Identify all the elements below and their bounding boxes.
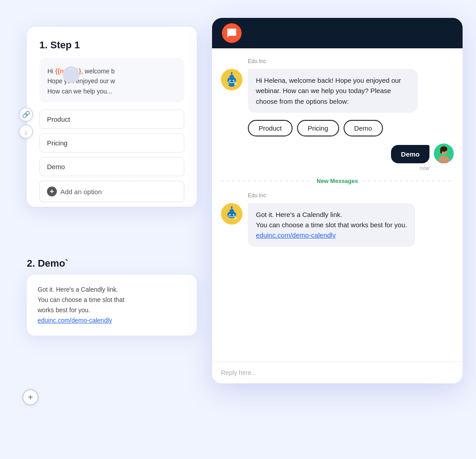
svg-rect-12 [440,149,442,153]
company-label-2: Edu Inc [248,192,454,199]
bot-avatar-1 [221,69,242,90]
down-button[interactable]: ↓ [19,124,33,139]
bot-icon [224,72,240,88]
bot-message-row-2: Got it. Here's a Calendly link. You can … [221,203,454,247]
step1-label: 1. Step 1 [27,27,197,51]
bot-calendly-link[interactable]: eduinc.com/demo-calendly [256,231,336,239]
step2-label: 2. Demo` [27,258,68,269]
svg-point-7 [231,72,233,74]
bot-bubble-2: Got it. Here's a Calendly link. You can … [248,203,415,247]
bot-message-text-1: Hi Helena, welcome back! Hope you enjoye… [256,76,401,105]
chat-option-pricing[interactable]: Pricing [297,120,339,136]
new-messages-divider: New Messages [221,178,454,184]
svg-point-5 [233,80,234,81]
chat-panel: Edu Inc Hi [212,18,463,383]
chat-option-demo[interactable]: Demo [344,120,383,136]
chat-body: Edu Inc Hi [212,48,463,361]
reply-placeholder[interactable]: Reply here... [221,369,454,376]
connector-dot [63,66,80,83]
svg-point-4 [230,80,231,81]
svg-point-16 [230,214,231,215]
msg-line3: How can we help you... [47,88,112,95]
svg-point-19 [231,206,233,208]
step2-text2: You can choose a time slot that [38,296,124,303]
svg-point-2 [230,75,234,79]
msg-rest: , welcome b [81,68,115,75]
new-messages-label: New Messages [317,178,358,184]
chat-header [212,18,463,48]
divider-line-left [221,181,312,181]
bot-message-text-2a: Got it. Here's a Calendly link. [256,211,342,218]
step2-text3: works best for you. [38,306,90,314]
msg-hi: Hi [47,68,55,75]
bot-bubble-1: Hi Helena, welcome back! Hope you enjoye… [248,69,418,113]
svg-point-15 [230,209,234,213]
builder-panel: 1. Step 1 Hi {{name}}, welcome b Hope yo… [27,27,197,207]
option-product[interactable]: Product [39,110,184,129]
step2-panel: Got it. Here's a Calendly link. You can … [27,275,197,336]
option-pricing[interactable]: Pricing [39,133,184,153]
company-label-1: Edu Inc [248,58,454,64]
reply-bar: Reply here... [212,361,463,383]
step2-link[interactable]: eduinc.com/demo-calendly [38,317,112,324]
svg-point-3 [229,83,235,87]
bot-avatar-2 [221,203,242,225]
chat-header-icon [222,23,242,43]
add-option-label: Add an option [60,188,102,196]
bot-icon-2 [224,206,240,222]
user-avatar-image [434,144,454,163]
step2-text1: Got it. Here's a Calendly link. [38,286,118,293]
chat-option-product[interactable]: Product [248,120,293,136]
divider-line-right [362,181,454,181]
bot-message-row-1: Hi Helena, welcome back! Hope you enjoye… [221,69,454,113]
link-button[interactable]: 🔗 [19,107,33,122]
msg-line2: Hope you enjoyed our w [47,77,115,85]
option-demo[interactable]: Demo [39,157,184,176]
user-message-row: Demo [221,144,454,163]
message-preview: Hi {{name}}, welcome b Hope you enjoyed … [39,58,184,102]
connector-controls: 🔗 ↓ [19,107,33,139]
user-avatar [434,144,454,163]
options-list: Product Pricing Demo + Add an option [39,110,184,202]
add-option-button[interactable]: + Add an option [39,181,184,202]
user-bubble: Demo [391,145,429,163]
message-timestamp: now [221,165,429,171]
svg-point-17 [233,214,234,215]
bot-message-text-2b: You can choose a time slot that works be… [256,221,407,229]
chat-options-buttons: Product Pricing Demo [248,120,454,136]
message-icon [226,28,237,38]
add-option-plus-icon: + [47,187,57,196]
add-step-button[interactable]: + [22,389,38,405]
